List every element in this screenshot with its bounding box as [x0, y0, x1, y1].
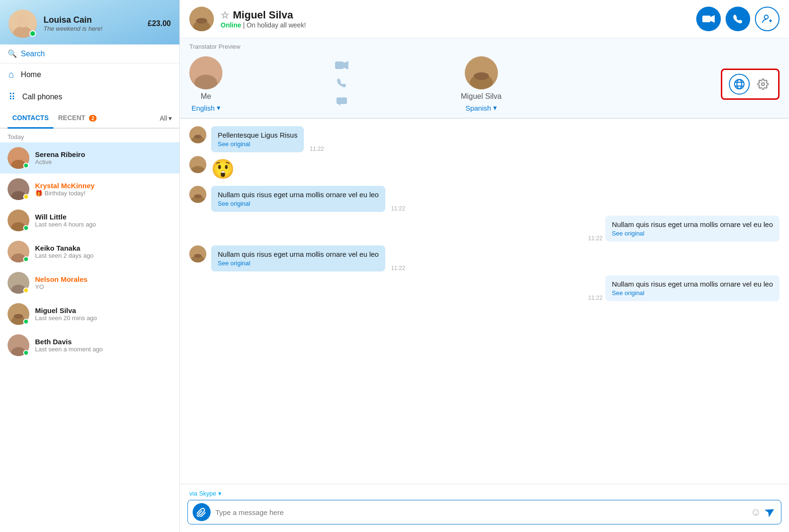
see-original-4[interactable]: See original	[612, 230, 773, 237]
translator-other: Miguel Silva Spanish ▾	[461, 56, 501, 112]
msg-content-4: Nullam quis risus eget urna mollis ornar…	[585, 216, 780, 242]
svg-point-35	[474, 72, 489, 80]
contact-item-serena[interactable]: Serena Ribeiro Active	[0, 142, 179, 174]
msg-text-4: Nullam quis risus eget urna mollis ornar…	[612, 220, 773, 228]
chat-icon-center	[337, 96, 347, 109]
contact-list: Serena Ribeiro Active Krystal McKinney 🎁	[0, 142, 179, 532]
user-name: Louisa Cain	[44, 15, 141, 25]
chat-header-info: ☆ Miguel Silva Online | On holiday all w…	[221, 9, 690, 29]
input-area: via Skype ▾ ☺	[180, 484, 789, 532]
contact-name-serena: Serena Ribeiro	[35, 150, 172, 158]
voice-call-button[interactable]	[726, 7, 750, 31]
sidebar-header: Louisa Cain The weekend is here! £23.00	[0, 0, 179, 44]
chevron-down-icon-me: ▾	[217, 104, 221, 112]
message-row-2: 😲	[189, 156, 780, 182]
see-original-6[interactable]: See original	[612, 289, 773, 297]
skype-link[interactable]: Skype	[199, 490, 216, 497]
via-chevron-icon[interactable]: ▾	[218, 490, 222, 497]
msg-bubble-3: Nullam quis risus eget urna mollis ornar…	[211, 186, 385, 212]
send-button[interactable]	[763, 504, 779, 520]
search-icon: 🔍	[8, 49, 17, 58]
user-credit: £23.00	[148, 19, 171, 28]
svg-point-16	[14, 314, 23, 319]
svg-point-45	[191, 166, 204, 173]
home-icon: ⌂	[9, 69, 14, 80]
tab-recent[interactable]: RECENT 2	[53, 108, 102, 129]
msg-avatar-miguel-5	[189, 245, 206, 262]
contact-item-beth[interactable]: Beth Davis Last seen a moment ago	[0, 330, 179, 361]
svg-point-37	[737, 79, 742, 89]
phone-icon-center	[337, 78, 347, 91]
contact-name-beth: Beth Davis	[35, 338, 172, 346]
other-language-select[interactable]: Spanish ▾	[465, 104, 496, 112]
contact-item-will[interactable]: Will Little Last seen 4 hours ago	[0, 205, 179, 236]
contact-name-krystal: Krystal McKinney	[35, 182, 172, 190]
svg-rect-29	[335, 61, 344, 69]
user-avatar-wrap	[9, 9, 37, 38]
msg-content-6: Nullam quis risus eget urna mollis ornar…	[585, 275, 780, 301]
contact-info-nelson: Nelson Morales YO	[35, 275, 172, 290]
message-row-1: Pellentesque Ligus Risus See original 11…	[189, 126, 780, 152]
recent-badge: 2	[89, 115, 97, 122]
attach-button[interactable]	[193, 503, 211, 521]
contact-name-nelson: Nelson Morales	[35, 275, 172, 283]
message-row-4: Nullam quis risus eget urna mollis ornar…	[189, 216, 780, 242]
see-original-1[interactable]: See original	[218, 140, 297, 148]
chat-status-online: Online	[221, 21, 241, 29]
svg-marker-52	[764, 506, 776, 517]
translator-icon-button[interactable]	[729, 74, 750, 95]
emoji-button[interactable]: ☺	[751, 506, 761, 518]
contact-item-miguel[interactable]: Miguel Silva Last seen 20 mins ago	[0, 298, 179, 330]
svg-marker-30	[344, 61, 348, 70]
video-call-button[interactable]	[696, 7, 721, 31]
contact-item-keiko[interactable]: Keiko Tanaka Last seen 2 days ago	[0, 236, 179, 267]
contact-sub-will: Last seen 4 hours ago	[35, 221, 172, 228]
contact-sub-beth: Last seen a moment ago	[35, 346, 172, 353]
contact-item-krystal[interactable]: Krystal McKinney 🎁 Birthday today!	[0, 174, 179, 205]
contact-item-nelson[interactable]: Nelson Morales YO	[0, 267, 179, 298]
status-dot-krystal	[23, 194, 29, 200]
see-original-3[interactable]: See original	[218, 200, 379, 207]
msg-time-3: 11:22	[391, 205, 405, 212]
svg-point-24	[764, 15, 768, 19]
see-original-5[interactable]: See original	[218, 260, 379, 267]
message-input[interactable]	[215, 508, 746, 516]
video-cam-icon	[335, 60, 348, 73]
me-lang: English	[191, 104, 214, 112]
svg-point-40	[762, 83, 764, 86]
contact-sub-miguel: Last seen 20 mins ago	[35, 314, 172, 322]
contact-info-will: Will Little Last seen 4 hours ago	[35, 213, 172, 228]
search-bar[interactable]: 🔍 Search	[0, 44, 179, 63]
nav-item-call-phones[interactable]: ⠿ Call phones	[0, 86, 179, 108]
svg-marker-32	[338, 104, 340, 106]
star-icon[interactable]: ☆	[221, 9, 229, 21]
translator-settings-box	[721, 69, 780, 100]
chat-contact-name: Miguel Silva	[233, 9, 293, 21]
tab-all-filter[interactable]: All ▾	[160, 114, 172, 122]
nav-call-phones-label: Call phones	[22, 93, 62, 101]
message-row-3: Nullam quis risus eget urna mollis ornar…	[189, 186, 780, 212]
status-dot-serena	[23, 163, 29, 168]
nav-item-home[interactable]: ⌂ Home	[0, 63, 179, 86]
status-dot-miguel	[23, 319, 29, 324]
contact-info-miguel: Miguel Silva Last seen 20 mins ago	[35, 306, 172, 322]
chevron-down-icon-other: ▾	[493, 104, 497, 112]
me-language-select[interactable]: English ▾	[191, 104, 220, 112]
status-dot-nelson	[23, 288, 29, 293]
msg-content-1: Pellentesque Ligus Risus See original 11…	[211, 126, 324, 152]
translator-other-avatar	[465, 56, 498, 89]
msg-time-5: 11:22	[391, 265, 405, 271]
search-label: Search	[21, 50, 45, 58]
main-chat: ☆ Miguel Silva Online | On holiday all w…	[180, 0, 789, 532]
add-contact-button[interactable]	[755, 7, 780, 31]
header-actions	[696, 7, 780, 31]
svg-marker-23	[710, 15, 715, 23]
contact-sub-krystal: 🎁 Birthday today!	[35, 190, 172, 197]
tab-contacts[interactable]: CONTACTS	[8, 108, 53, 129]
message-input-row: ☺	[187, 500, 781, 524]
msg-emoji-2: 😲	[211, 156, 235, 182]
settings-gear-button[interactable]	[754, 76, 771, 93]
user-status-dot	[29, 30, 36, 37]
section-today: Today	[0, 129, 179, 142]
msg-bubble-5: Nullam quis risus eget urna mollis ornar…	[211, 245, 385, 271]
